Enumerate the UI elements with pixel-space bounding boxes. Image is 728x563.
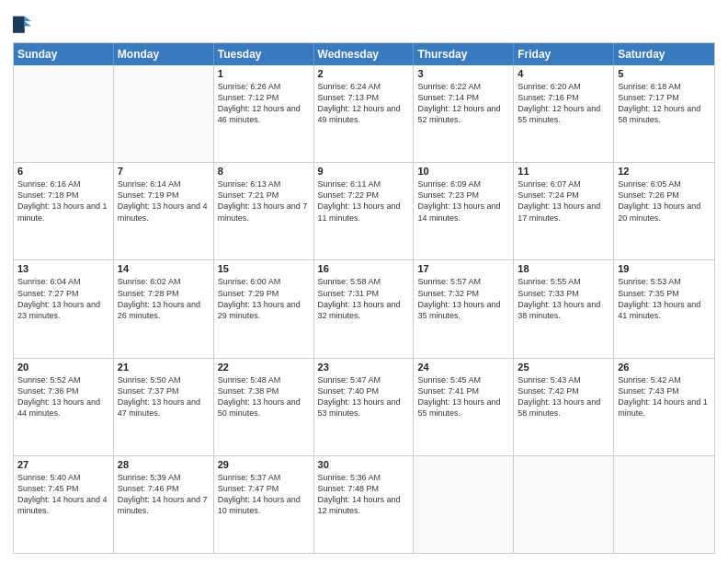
cell-info: Sunrise: 5:48 AM Sunset: 7:38 PM Dayligh… <box>218 374 310 419</box>
calendar-row-1: 6Sunrise: 6:16 AM Sunset: 7:18 PM Daylig… <box>14 162 714 259</box>
day-number: 25 <box>518 362 609 373</box>
day-number: 28 <box>118 459 210 470</box>
empty-cell <box>514 456 614 553</box>
day-cell-30: 30Sunrise: 5:36 AM Sunset: 7:48 PM Dayli… <box>314 456 415 553</box>
day-cell-25: 25Sunrise: 5:43 AM Sunset: 7:42 PM Dayli… <box>514 359 614 455</box>
cell-info: Sunrise: 6:26 AM Sunset: 7:12 PM Dayligh… <box>218 81 310 126</box>
day-number: 12 <box>618 166 711 177</box>
day-number: 11 <box>518 166 609 177</box>
calendar-row-4: 27Sunrise: 5:40 AM Sunset: 7:45 PM Dayli… <box>14 455 714 553</box>
weekday-header-wednesday: Wednesday <box>314 43 415 65</box>
cell-info: Sunrise: 5:52 AM Sunset: 7:36 PM Dayligh… <box>17 374 109 419</box>
day-number: 5 <box>618 68 711 79</box>
day-number: 6 <box>17 166 109 177</box>
logo <box>13 9 35 35</box>
day-cell-7: 7Sunrise: 6:14 AM Sunset: 7:19 PM Daylig… <box>114 163 214 259</box>
day-number: 1 <box>218 68 310 79</box>
day-cell-4: 4Sunrise: 6:20 AM Sunset: 7:16 PM Daylig… <box>514 65 614 162</box>
weekday-header-monday: Monday <box>114 43 214 65</box>
day-number: 19 <box>618 263 711 274</box>
day-number: 21 <box>118 362 210 373</box>
day-number: 3 <box>417 68 509 79</box>
cell-info: Sunrise: 6:04 AM Sunset: 7:27 PM Dayligh… <box>17 276 109 321</box>
day-cell-15: 15Sunrise: 6:00 AM Sunset: 7:29 PM Dayli… <box>214 260 314 357</box>
cell-info: Sunrise: 6:13 AM Sunset: 7:21 PM Dayligh… <box>218 178 310 224</box>
day-number: 16 <box>318 263 410 274</box>
calendar-row-2: 13Sunrise: 6:04 AM Sunset: 7:27 PM Dayli… <box>14 259 714 357</box>
day-cell-23: 23Sunrise: 5:47 AM Sunset: 7:40 PM Dayli… <box>314 359 415 455</box>
day-cell-24: 24Sunrise: 5:45 AM Sunset: 7:41 PM Dayli… <box>414 359 514 455</box>
cell-info: Sunrise: 5:53 AM Sunset: 7:35 PM Dayligh… <box>618 276 711 321</box>
cell-info: Sunrise: 5:58 AM Sunset: 7:31 PM Dayligh… <box>318 276 410 321</box>
day-cell-27: 27Sunrise: 5:40 AM Sunset: 7:45 PM Dayli… <box>14 456 114 553</box>
cell-info: Sunrise: 6:18 AM Sunset: 7:17 PM Dayligh… <box>618 81 711 126</box>
cell-info: Sunrise: 5:36 AM Sunset: 7:48 PM Dayligh… <box>318 472 410 517</box>
day-number: 13 <box>17 263 109 274</box>
page: SundayMondayTuesdayWednesdayThursdayFrid… <box>0 0 728 563</box>
day-cell-10: 10Sunrise: 6:09 AM Sunset: 7:23 PM Dayli… <box>414 163 514 259</box>
day-cell-14: 14Sunrise: 6:02 AM Sunset: 7:28 PM Dayli… <box>114 260 214 357</box>
day-cell-28: 28Sunrise: 5:39 AM Sunset: 7:46 PM Dayli… <box>114 456 214 553</box>
day-cell-22: 22Sunrise: 5:48 AM Sunset: 7:38 PM Dayli… <box>214 359 314 455</box>
svg-marker-1 <box>25 17 31 21</box>
day-cell-3: 3Sunrise: 6:22 AM Sunset: 7:14 PM Daylig… <box>414 65 514 162</box>
cell-info: Sunrise: 5:39 AM Sunset: 7:46 PM Dayligh… <box>118 472 210 517</box>
day-cell-8: 8Sunrise: 6:13 AM Sunset: 7:21 PM Daylig… <box>214 163 314 259</box>
day-cell-5: 5Sunrise: 6:18 AM Sunset: 7:17 PM Daylig… <box>614 65 714 162</box>
day-number: 27 <box>17 459 109 470</box>
day-cell-17: 17Sunrise: 5:57 AM Sunset: 7:32 PM Dayli… <box>414 260 514 357</box>
cell-info: Sunrise: 6:11 AM Sunset: 7:22 PM Dayligh… <box>318 178 410 224</box>
day-cell-19: 19Sunrise: 5:53 AM Sunset: 7:35 PM Dayli… <box>614 260 714 357</box>
cell-info: Sunrise: 6:24 AM Sunset: 7:13 PM Dayligh… <box>318 81 410 126</box>
empty-cell <box>14 65 114 162</box>
svg-marker-2 <box>25 21 31 26</box>
cell-info: Sunrise: 6:20 AM Sunset: 7:16 PM Dayligh… <box>518 81 609 126</box>
cell-info: Sunrise: 6:05 AM Sunset: 7:26 PM Dayligh… <box>618 178 711 224</box>
weekday-header-saturday: Saturday <box>614 43 714 65</box>
cell-info: Sunrise: 6:22 AM Sunset: 7:14 PM Dayligh… <box>417 81 509 126</box>
day-number: 26 <box>618 362 711 373</box>
cell-info: Sunrise: 6:16 AM Sunset: 7:18 PM Dayligh… <box>17 178 109 224</box>
cell-info: Sunrise: 5:37 AM Sunset: 7:47 PM Dayligh… <box>218 472 310 517</box>
day-number: 2 <box>318 68 410 79</box>
day-cell-13: 13Sunrise: 6:04 AM Sunset: 7:27 PM Dayli… <box>14 260 114 357</box>
weekday-header-thursday: Thursday <box>414 43 514 65</box>
cell-info: Sunrise: 5:47 AM Sunset: 7:40 PM Dayligh… <box>318 374 410 419</box>
day-cell-2: 2Sunrise: 6:24 AM Sunset: 7:13 PM Daylig… <box>314 65 415 162</box>
day-cell-21: 21Sunrise: 5:50 AM Sunset: 7:37 PM Dayli… <box>114 359 214 455</box>
day-cell-16: 16Sunrise: 5:58 AM Sunset: 7:31 PM Dayli… <box>314 260 415 357</box>
cell-info: Sunrise: 5:55 AM Sunset: 7:33 PM Dayligh… <box>518 276 609 321</box>
day-number: 8 <box>218 166 310 177</box>
cell-info: Sunrise: 5:43 AM Sunset: 7:42 PM Dayligh… <box>518 374 609 419</box>
empty-cell <box>414 456 514 553</box>
logo-icon <box>13 9 31 35</box>
weekday-header-friday: Friday <box>514 43 614 65</box>
cell-info: Sunrise: 5:42 AM Sunset: 7:43 PM Dayligh… <box>618 374 711 419</box>
cell-info: Sunrise: 6:00 AM Sunset: 7:29 PM Dayligh… <box>218 276 310 321</box>
day-cell-20: 20Sunrise: 5:52 AM Sunset: 7:36 PM Dayli… <box>14 359 114 455</box>
day-number: 23 <box>318 362 410 373</box>
calendar-row-3: 20Sunrise: 5:52 AM Sunset: 7:36 PM Dayli… <box>14 358 714 455</box>
day-cell-18: 18Sunrise: 5:55 AM Sunset: 7:33 PM Dayli… <box>514 260 614 357</box>
day-number: 14 <box>118 263 210 274</box>
calendar: SundayMondayTuesdayWednesdayThursdayFrid… <box>13 42 715 554</box>
day-number: 20 <box>17 362 109 373</box>
weekday-header-tuesday: Tuesday <box>214 43 314 65</box>
day-cell-9: 9Sunrise: 6:11 AM Sunset: 7:22 PM Daylig… <box>314 163 415 259</box>
day-number: 10 <box>417 166 509 177</box>
cell-info: Sunrise: 6:02 AM Sunset: 7:28 PM Dayligh… <box>118 276 210 321</box>
day-number: 7 <box>118 166 210 177</box>
empty-cell <box>114 65 214 162</box>
cell-info: Sunrise: 5:57 AM Sunset: 7:32 PM Dayligh… <box>417 276 509 321</box>
day-cell-6: 6Sunrise: 6:16 AM Sunset: 7:18 PM Daylig… <box>14 163 114 259</box>
calendar-header: SundayMondayTuesdayWednesdayThursdayFrid… <box>14 43 714 65</box>
calendar-row-0: 1Sunrise: 6:26 AM Sunset: 7:12 PM Daylig… <box>14 65 714 162</box>
cell-info: Sunrise: 5:50 AM Sunset: 7:37 PM Dayligh… <box>118 374 210 419</box>
cell-info: Sunrise: 6:07 AM Sunset: 7:24 PM Dayligh… <box>518 178 609 224</box>
day-cell-26: 26Sunrise: 5:42 AM Sunset: 7:43 PM Dayli… <box>614 359 714 455</box>
day-number: 17 <box>417 263 509 274</box>
cell-info: Sunrise: 6:09 AM Sunset: 7:23 PM Dayligh… <box>417 178 509 224</box>
day-cell-1: 1Sunrise: 6:26 AM Sunset: 7:12 PM Daylig… <box>214 65 314 162</box>
day-number: 9 <box>318 166 410 177</box>
header <box>13 9 715 35</box>
